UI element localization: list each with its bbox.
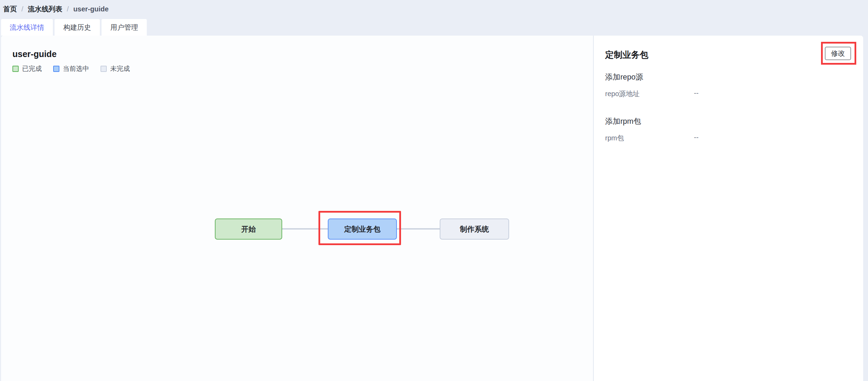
breadcrumb-pipeline-list[interactable]: 流水线列表 — [28, 4, 63, 14]
legend-item-pending: 未完成 — [101, 64, 130, 73]
breadcrumb-separator: / — [67, 4, 69, 14]
tab-user-management[interactable]: 用户管理 — [102, 19, 147, 36]
pipeline-title: user-guide — [12, 49, 57, 59]
pipeline-flow-area: user-guide 已完成 当前选中 未完成 开始 定制业务包 制作系统 — [1, 36, 593, 381]
tab-bar: 流水线详情 构建历史 用户管理 — [1, 19, 147, 36]
breadcrumb-separator: / — [21, 4, 23, 14]
legend-item-current: 当前选中 — [53, 64, 89, 73]
breadcrumb-current-page: user-guide — [73, 4, 108, 14]
details-title: 定制业务包 — [605, 49, 648, 61]
section-heading-repo: 添加repo源 — [605, 72, 643, 82]
field-label-rpm-package: rpm包 — [605, 133, 624, 143]
legend-label-current: 当前选中 — [63, 64, 89, 73]
content-panel: user-guide 已完成 当前选中 未完成 开始 定制业务包 制作系统 定制… — [1, 36, 863, 381]
flow-node-start[interactable]: 开始 — [215, 219, 282, 240]
flow-node-custom-package[interactable]: 定制业务包 — [328, 219, 397, 240]
flow-connector — [282, 228, 328, 230]
flow-node-build-system[interactable]: 制作系统 — [440, 219, 509, 240]
legend-swatch-pending — [101, 66, 107, 72]
legend-swatch-current — [53, 66, 59, 72]
details-panel: 定制业务包 修改 添加repo源 repo源地址 -- 添加rpm包 rpm包 … — [594, 36, 863, 381]
tab-build-history[interactable]: 构建历史 — [55, 19, 100, 36]
edit-button[interactable]: 修改 — [825, 47, 851, 60]
status-legend: 已完成 当前选中 未完成 — [12, 64, 130, 73]
tab-pipeline-detail[interactable]: 流水线详情 — [1, 19, 53, 36]
legend-swatch-completed — [12, 66, 19, 72]
breadcrumb-home[interactable]: 首页 — [3, 4, 17, 14]
legend-item-completed: 已完成 — [12, 64, 42, 73]
field-value-rpm-package: -- — [694, 133, 698, 141]
flow-connector — [397, 228, 440, 230]
field-label-repo-url: repo源地址 — [605, 89, 640, 99]
section-heading-rpm: 添加rpm包 — [605, 116, 641, 127]
legend-label-pending: 未完成 — [110, 64, 130, 73]
field-value-repo-url: -- — [694, 89, 698, 97]
breadcrumb: 首页 / 流水线列表 / user-guide — [3, 4, 108, 14]
legend-label-completed: 已完成 — [22, 64, 42, 73]
